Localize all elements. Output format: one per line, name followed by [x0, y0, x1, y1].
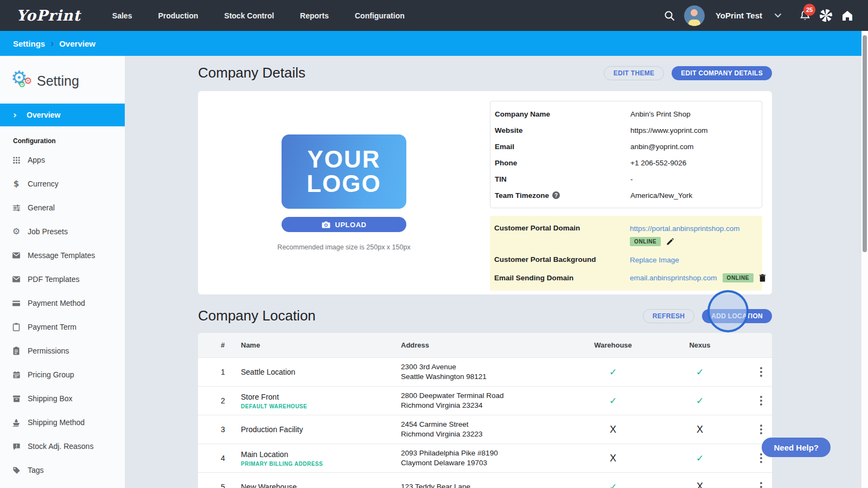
- comment-alert-icon: [12, 442, 21, 451]
- warehouse-mark: X: [575, 424, 651, 435]
- whats-new-aperture-icon[interactable]: [820, 9, 832, 22]
- sidebar-item-shipping-box[interactable]: Shipping Box: [0, 387, 125, 410]
- home-icon[interactable]: [841, 10, 854, 22]
- nav-item-stock-control[interactable]: Stock Control: [211, 1, 287, 31]
- sidebar-item-general[interactable]: General: [0, 196, 125, 220]
- yoprint-logo[interactable]: YoPrint: [16, 7, 81, 24]
- row-menu-kebab-icon[interactable]: [760, 396, 772, 406]
- field-email: Emailanbin@yoprint.com: [490, 138, 762, 155]
- email-domain-link[interactable]: email.anbinsprintshop.com: [630, 274, 717, 282]
- table-row: 3 Production Facility 2454 Carmine Stree…: [198, 415, 772, 444]
- chevron-right-icon: ›: [13, 110, 17, 120]
- portal-online-badge: ONLINE: [630, 237, 661, 246]
- help-icon[interactable]: ?: [552, 191, 560, 199]
- main-menu: Sales Production Stock Control Reports C…: [99, 1, 418, 31]
- nexus-mark: ✓: [651, 367, 749, 377]
- credit-card-icon: [12, 299, 21, 307]
- settings-gears-icon: ⚙⚙⚙: [11, 70, 35, 92]
- notifications-bell-icon[interactable]: 25: [799, 9, 811, 22]
- sidebar-item-stock-adj-reasons[interactable]: Stock Adj. Reasons: [0, 434, 125, 458]
- sidebar-item-currency[interactable]: $ Currency: [0, 172, 125, 196]
- avatar-head: [691, 9, 698, 16]
- portal-domain-link[interactable]: https://portal.anbinsprintshop.com: [630, 224, 740, 233]
- email-online-badge: ONLINE: [723, 273, 754, 282]
- sidebar-title: ⚙⚙⚙ Setting: [0, 56, 125, 104]
- sidebar-item-shipping-method[interactable]: Shipping Method: [0, 410, 125, 434]
- delete-trash-icon[interactable]: [759, 274, 766, 282]
- company-logo-placeholder: YOUR LOGO: [282, 134, 406, 209]
- chevron-down-icon[interactable]: [774, 13, 782, 18]
- edit-pencil-icon[interactable]: [666, 237, 674, 246]
- nav-item-production[interactable]: Production: [145, 1, 211, 31]
- nexus-mark: X: [651, 481, 749, 488]
- envelope-icon: [12, 251, 21, 260]
- sidebar-item-tags[interactable]: Tags: [0, 458, 125, 482]
- sidebar-item-overview[interactable]: › Overview: [0, 104, 125, 126]
- sidebar-item-message-templates[interactable]: Message Templates: [0, 243, 125, 267]
- gear-icon: ⚙: [12, 227, 21, 236]
- edit-theme-button[interactable]: EDIT THEME: [604, 66, 665, 80]
- top-navbar: YoPrint Sales Production Stock Control R…: [0, 0, 868, 31]
- archive-box-icon: [12, 394, 21, 403]
- company-location-table: # Name Address Warehouse Nexus 1 Seattle…: [198, 333, 772, 488]
- camera-icon: [322, 221, 330, 228]
- clipboard-icon: [12, 323, 21, 331]
- logo-size-hint: Recommended image size is 250px x 150px: [277, 243, 410, 251]
- envelope-icon: [12, 275, 21, 284]
- breadcrumb-settings[interactable]: Settings: [13, 39, 45, 48]
- warehouse-mark: ✓: [575, 367, 651, 377]
- tag-icon: [12, 466, 21, 474]
- warehouse-mark: X: [575, 453, 651, 464]
- nav-item-sales[interactable]: Sales: [99, 1, 145, 31]
- row-menu-kebab-icon[interactable]: [760, 482, 772, 488]
- sidebar-item-job-presets[interactable]: ⚙ Job Presets: [0, 220, 125, 243]
- table-row: 2 Store FrontDEFAULT WAREHOUSE 2800 Deep…: [198, 386, 772, 415]
- avatar-body: [688, 20, 700, 26]
- breadcrumb-overview[interactable]: Overview: [59, 39, 95, 48]
- user-avatar[interactable]: [684, 5, 705, 26]
- row-menu-kebab-icon[interactable]: [760, 367, 772, 377]
- row-menu-kebab-icon[interactable]: [760, 425, 772, 434]
- ship-icon: [12, 418, 21, 427]
- customer-portal-panel: Customer Portal Domain https://portal.an…: [490, 216, 762, 291]
- edit-company-details-button[interactable]: EDIT COMPANY DETAILS: [672, 66, 772, 80]
- sidebar-item-apps[interactable]: Apps: [0, 148, 125, 172]
- sidebar-item-payment-term[interactable]: Payment Term: [0, 315, 125, 339]
- nav-item-configuration[interactable]: Configuration: [342, 1, 418, 31]
- page-scrollbar[interactable]: [861, 31, 868, 488]
- upload-logo-button[interactable]: UPLOAD: [282, 217, 406, 232]
- replace-image-link[interactable]: Replace Image: [630, 256, 679, 264]
- search-icon[interactable]: [663, 10, 675, 22]
- sidebar-item-pricing-group[interactable]: Pricing Group: [0, 363, 125, 387]
- field-website: Websitehttps://www.yoprint.com: [490, 122, 762, 138]
- sidebar-item-pdf-templates[interactable]: PDF Templates: [0, 267, 125, 291]
- main-content: Company Details EDIT THEME EDIT COMPANY …: [125, 56, 861, 488]
- sidebar-item-payment-method[interactable]: Payment Method: [0, 291, 125, 315]
- company-details-card: YOUR LOGO UPLOAD Recommended image size …: [198, 91, 772, 294]
- sidebar-section-configuration: Configuration: [13, 137, 125, 145]
- scrollbar-thumb[interactable]: [863, 35, 867, 252]
- portal-background-row: Customer Portal Background Replace Image: [494, 255, 758, 265]
- refresh-button[interactable]: REFRESH: [643, 309, 694, 323]
- portal-domain-row: Customer Portal Domain https://portal.an…: [494, 223, 758, 246]
- field-team-timezone: Team Timezone? America/New_York: [490, 187, 762, 203]
- sidebar-item-permissions[interactable]: Permissions: [0, 339, 125, 363]
- warehouse-mark: ✓: [575, 395, 651, 406]
- breadcrumb: Settings › Overview: [0, 31, 861, 56]
- notification-count-badge: 25: [803, 4, 815, 16]
- nexus-mark: ✓: [651, 395, 749, 406]
- field-company-name: Company NameAnbin's Print Shop: [490, 106, 762, 122]
- need-help-button[interactable]: Need Help?: [762, 438, 831, 457]
- company-details-heading: Company Details: [198, 65, 305, 81]
- sidebar-title-label: Setting: [37, 73, 79, 89]
- company-location-heading: Company Location: [198, 307, 316, 324]
- location-table-header: # Name Address Warehouse Nexus: [198, 333, 772, 357]
- table-row: 4 Main LocationPRIMARY BILLING ADDRESS 2…: [198, 444, 772, 472]
- nav-item-reports[interactable]: Reports: [287, 1, 342, 31]
- warehouse-mark: ✓: [575, 481, 651, 488]
- field-phone: Phone+1 206-552-9026: [490, 155, 762, 171]
- breadcrumb-chevron-icon: ›: [50, 38, 54, 49]
- sliders-icon: [12, 203, 21, 212]
- add-location-button[interactable]: ADD LOCATION: [702, 309, 772, 323]
- user-name[interactable]: YoPrint Test: [716, 11, 762, 20]
